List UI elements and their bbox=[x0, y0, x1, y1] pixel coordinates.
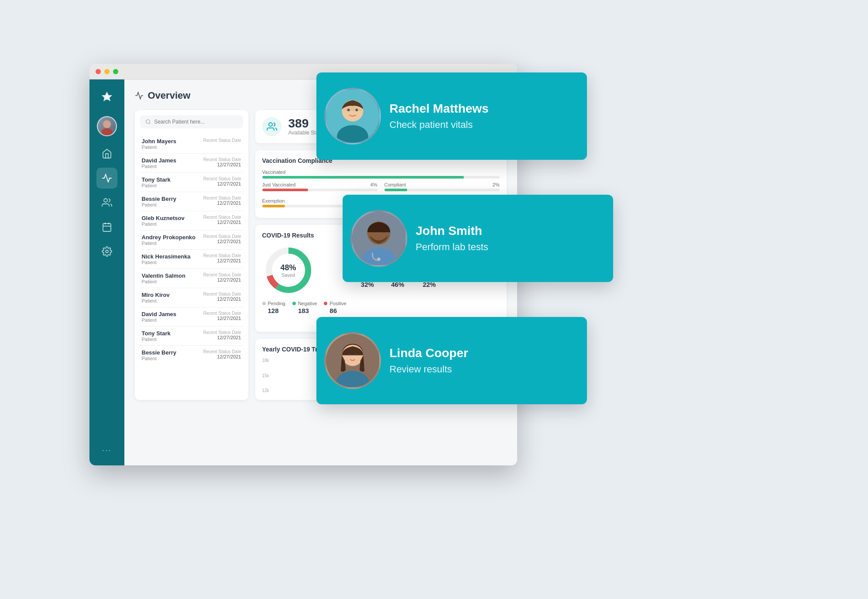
patient-list-item[interactable]: John Mayers Patient Recent Status Date bbox=[140, 134, 243, 154]
chart-icon bbox=[102, 173, 112, 183]
patient-name: Miro Kirov bbox=[142, 292, 170, 298]
patient-role: Patient bbox=[142, 337, 171, 342]
patient-list-item[interactable]: Nick Herasimenka Patient Recent Status D… bbox=[140, 250, 243, 269]
patient-list-item[interactable]: Tony Stark Patient Recent Status Date 12… bbox=[140, 327, 243, 346]
patient-list: John Mayers Patient Recent Status Date D… bbox=[140, 134, 243, 365]
patient-date: 12/27/2021 bbox=[203, 335, 241, 340]
overlay-card-linda: Linda Cooper Review results bbox=[316, 317, 587, 404]
close-button[interactable] bbox=[96, 69, 101, 74]
svg-point-0 bbox=[103, 120, 110, 128]
search-box[interactable] bbox=[140, 115, 243, 128]
sidebar-item-settings[interactable] bbox=[96, 241, 117, 262]
sidebar-item-chart[interactable] bbox=[96, 168, 117, 189]
logo-icon bbox=[99, 89, 115, 105]
patient-role: Patient bbox=[142, 241, 196, 246]
donut-center: 48% Saved bbox=[280, 263, 296, 278]
svg-point-27 bbox=[377, 258, 381, 261]
patient-date: 12/27/2021 bbox=[203, 277, 241, 282]
sidebar-item-team[interactable] bbox=[96, 192, 117, 213]
donut-pct: 48% bbox=[280, 263, 296, 272]
patient-date-label: Recent Status Date bbox=[203, 196, 241, 200]
svg-point-19 bbox=[355, 109, 358, 111]
patient-role: Patient bbox=[142, 164, 177, 169]
y-label-0: 18k bbox=[262, 358, 269, 363]
patient-role: Patient bbox=[142, 183, 171, 188]
svg-point-7 bbox=[106, 250, 108, 253]
patient-list-item[interactable]: Tony Stark Patient Recent Status Date 12… bbox=[140, 173, 243, 192]
patient-list-item[interactable]: David James Patient Recent Status Date 1… bbox=[140, 154, 243, 173]
overview-icon bbox=[135, 91, 144, 100]
staff-icon-circle bbox=[262, 117, 281, 136]
patient-date: 12/27/2021 bbox=[203, 316, 241, 321]
patient-date: 12/27/2021 bbox=[203, 162, 241, 167]
patient-list-item[interactable]: Gleb Kuznetsov Patient Recent Status Dat… bbox=[140, 211, 243, 231]
patient-date-label: Recent Status Date bbox=[203, 349, 241, 354]
maximize-button[interactable] bbox=[113, 69, 118, 74]
patient-date: 12/27/2021 bbox=[203, 220, 241, 225]
overlay-card-rachel: Rachel Matthews Check patient vitals bbox=[316, 72, 587, 160]
home-icon bbox=[102, 148, 112, 159]
avatar-svg bbox=[98, 116, 116, 136]
patient-role: Patient bbox=[142, 145, 176, 150]
patient-date-label: Recent Status Date bbox=[203, 176, 241, 181]
patient-list-item[interactable]: Miro Kirov Patient Recent Status Date 12… bbox=[140, 288, 243, 307]
john-avatar bbox=[350, 210, 407, 267]
covid-legend-item: Positive 86 bbox=[324, 301, 347, 314]
minimize-button[interactable] bbox=[104, 69, 110, 74]
donut-wrapper: 48% Saved Pending 128 Negative 183 bbox=[262, 244, 347, 314]
patient-name: Tony Stark bbox=[142, 330, 171, 337]
page-title: Overview bbox=[148, 90, 191, 101]
patient-date-label: Recent Status Date bbox=[203, 253, 241, 258]
patient-role: Patient bbox=[142, 260, 191, 265]
patient-list-item[interactable]: Andrey Prokopenko Patient Recent Status … bbox=[140, 231, 243, 250]
rachel-avatar bbox=[324, 88, 381, 145]
john-text: John Smith Perform lab tests bbox=[416, 224, 601, 253]
vacc-row-item: Compliant2% bbox=[384, 182, 500, 191]
patient-name: Gleb Kuznetsov bbox=[142, 215, 185, 221]
patient-date-label: Recent Status Date bbox=[203, 330, 241, 335]
patient-list-item[interactable]: Bessie Berry Patient Recent Status Date … bbox=[140, 346, 243, 365]
y-label-2: 12k bbox=[262, 388, 269, 393]
linda-name: Linda Cooper bbox=[390, 346, 575, 360]
svg-point-1 bbox=[101, 128, 113, 136]
patient-date-label: Recent Status Date bbox=[203, 157, 241, 162]
user-avatar[interactable] bbox=[97, 116, 117, 136]
patient-date-label: Recent Status Date bbox=[203, 138, 241, 143]
vacc-row-vaccinated: Vaccinated bbox=[262, 169, 500, 179]
app-logo bbox=[96, 86, 117, 107]
search-input[interactable] bbox=[154, 119, 237, 125]
patient-list-panel: John Mayers Patient Recent Status Date D… bbox=[135, 110, 248, 400]
patient-role: Patient bbox=[142, 298, 170, 303]
patient-list-item[interactable]: Bessie Berry Patient Recent Status Date … bbox=[140, 192, 243, 211]
patient-role: Patient bbox=[142, 221, 185, 227]
patient-list-item[interactable]: David James Patient Recent Status Date 1… bbox=[140, 307, 243, 327]
patient-role: Patient bbox=[142, 279, 185, 284]
patient-list-item[interactable]: Valentin Salmon Patient Recent Status Da… bbox=[140, 269, 243, 288]
calendar-icon bbox=[102, 222, 112, 232]
sidebar-item-calendar[interactable] bbox=[96, 217, 117, 238]
patient-role: Patient bbox=[142, 317, 177, 323]
rachel-text: Rachel Matthews Check patient vitals bbox=[390, 102, 575, 131]
patient-name: Tony Stark bbox=[142, 176, 171, 183]
covid-legend-item: Negative 183 bbox=[292, 301, 317, 314]
svg-point-31 bbox=[348, 354, 350, 356]
covid-legend-item: Pending 128 bbox=[262, 301, 285, 314]
donut-label: Saved bbox=[280, 272, 296, 278]
covid-legend-1: Pending 128 Negative 183 Positive 86 bbox=[262, 301, 347, 314]
patient-date-label: Recent Status Date bbox=[203, 215, 241, 220]
patient-date: 12/27/2021 bbox=[203, 296, 241, 302]
svg-rect-3 bbox=[103, 224, 111, 231]
patient-date-label: Recent Status Date bbox=[203, 292, 241, 296]
sidebar-item-home[interactable] bbox=[96, 143, 117, 164]
linda-avatar bbox=[324, 332, 381, 389]
john-avatar-svg bbox=[352, 210, 405, 267]
y-axis-labels: 18k 15k 12k bbox=[262, 358, 269, 393]
sidebar-more-dots[interactable]: ··· bbox=[102, 446, 111, 458]
team-icon bbox=[102, 197, 112, 208]
donut-chart: 48% Saved bbox=[262, 244, 315, 296]
svg-point-8 bbox=[146, 120, 149, 123]
rachel-avatar-svg bbox=[326, 88, 379, 145]
linda-text: Linda Cooper Review results bbox=[390, 346, 575, 375]
svg-line-9 bbox=[149, 123, 150, 124]
john-task: Perform lab tests bbox=[416, 241, 601, 253]
